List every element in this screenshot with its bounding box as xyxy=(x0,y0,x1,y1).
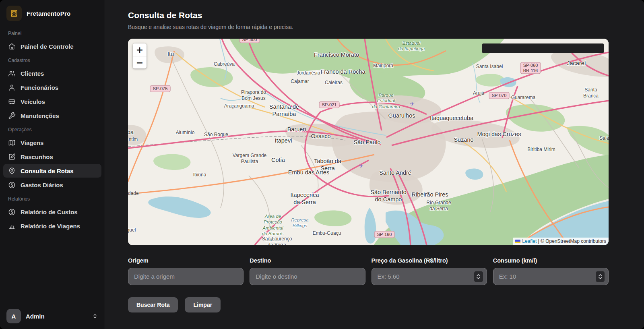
sidebar-item-label: Relatório de Viagens xyxy=(21,223,80,230)
map-label: Parque Estadual da Cantareira xyxy=(372,92,400,110)
sidebar-section-cadastros: Cadastros xyxy=(0,54,105,66)
wrench-icon xyxy=(8,112,16,120)
map-attribution: Leaflet | © OpenStreetMap contributors xyxy=(513,238,609,245)
map-label: Ribeirão Pires xyxy=(411,191,448,198)
map-label: São Lourenço da Serra xyxy=(262,236,292,245)
dollar-circle-icon xyxy=(8,208,16,216)
sidebar-item-label: Viagens xyxy=(21,139,43,146)
sidebar-item-rascunhos[interactable]: Rascunhos xyxy=(3,150,101,163)
number-stepper-icon[interactable] xyxy=(596,271,605,282)
sidebar-section-relatorios: Relatórios xyxy=(0,192,105,205)
bar-chart-icon xyxy=(8,222,16,230)
map-label: Embu das Artes xyxy=(288,169,329,176)
sidebar-item-label: Gastos Diários xyxy=(21,182,63,188)
map-label: Santo André xyxy=(379,169,411,176)
map-zoom-control: + − xyxy=(133,43,147,68)
gas-price-input[interactable] xyxy=(372,268,487,285)
map-label: Santana de Parnaíba xyxy=(269,103,299,118)
sidebar-item-viagens[interactable]: Viagens xyxy=(3,136,101,149)
app-logo: FretamentoPro xyxy=(0,0,105,27)
users-icon xyxy=(8,70,16,77)
sidebar-item-label: Rascunhos xyxy=(21,153,53,160)
map-label: Rio Grande da Serra xyxy=(426,200,451,212)
user-icon xyxy=(8,84,16,91)
origin-label: Origem xyxy=(128,257,244,264)
sidebar-item-consulta-de-rotas[interactable]: Consulta de Rotas xyxy=(3,164,101,178)
sidebar-nav: Painel Painel de Controle Cadastros Clie… xyxy=(0,27,105,303)
map-label: ba xyxy=(128,128,134,136)
map-label: Itapevi xyxy=(275,137,292,144)
sidebar-item-relatorio-de-viagens[interactable]: Relatório de Viagens xyxy=(3,219,101,233)
map-label: guel xyxy=(128,227,136,233)
sidebar-item-label: Painel de Controle xyxy=(21,43,74,50)
sidebar-item-label: Relatório de Custos xyxy=(21,209,78,215)
map-label: Estadual da Itapetinga xyxy=(398,40,425,52)
user-name: Admin xyxy=(26,313,45,320)
map-label: Jacareí xyxy=(567,60,586,67)
main-content: Consulta de Rotas Busque e analise suas … xyxy=(105,0,644,329)
map-label: Itu xyxy=(167,50,174,58)
map-label: Mogi das Cruzes xyxy=(477,130,521,138)
map-label: Embu-Guaçu xyxy=(313,230,341,236)
map-label: São Roque xyxy=(204,132,228,138)
sidebar-item-clientes[interactable]: Clientes xyxy=(3,66,101,80)
app-name: FretamentoPro xyxy=(27,10,70,17)
route-map[interactable]: ItuCabreúvaFrancisco MoratoFranco da Roc… xyxy=(128,39,609,245)
sidebar-item-label: Funcionários xyxy=(21,84,58,91)
sidebar-item-gastos-diarios[interactable]: Gastos Diários xyxy=(3,178,101,192)
destination-label: Destino xyxy=(250,257,365,264)
map-label: Ibiúna xyxy=(193,172,206,178)
bus-logo-icon xyxy=(6,6,22,21)
map-label: Santa Branca xyxy=(582,87,600,99)
map-top-bar[interactable] xyxy=(482,43,604,53)
sidebar: FretamentoPro Painel Painel de Controle … xyxy=(0,0,105,329)
map-label: Guararema xyxy=(511,95,536,101)
sidebar-section-operacoes: Operações xyxy=(0,123,105,135)
map-label: São Bernardo do Campo xyxy=(370,188,406,203)
sidebar-item-label: Clientes xyxy=(21,70,44,77)
user-menu[interactable]: A Admin xyxy=(0,303,105,329)
sidebar-item-funcionarios[interactable]: Funcionários xyxy=(3,81,101,94)
map-label: Cotia xyxy=(271,156,285,163)
gas-price-label: Preço da Gasolina (R$/litro) xyxy=(372,257,487,264)
map-labels-layer: ItuCabreúvaFrancisco MoratoFranco da Roc… xyxy=(128,39,609,245)
avatar: A xyxy=(6,309,21,323)
map-label: São Paulo xyxy=(354,139,381,146)
map-label: Francisco Morato xyxy=(314,51,359,58)
road-badge: SP-021 xyxy=(319,101,340,108)
map-label: Jordanésia xyxy=(297,70,320,76)
origin-input[interactable] xyxy=(128,268,244,285)
map-label: Cajamar xyxy=(291,79,309,85)
page-subtitle: Busque e analise suas rotas de viagem de… xyxy=(128,24,609,30)
map-label: Represa Billings xyxy=(291,217,308,229)
map-label: Arujá xyxy=(473,90,484,96)
clear-button[interactable]: Limpar xyxy=(185,297,221,312)
road-badge: SP-075 xyxy=(150,85,171,92)
road-badge: SP-060 BR-116 xyxy=(520,62,541,74)
map-label: Franco da Rocha xyxy=(320,68,365,75)
destination-input[interactable] xyxy=(250,268,365,285)
map-label: Mairiporã xyxy=(373,63,393,69)
sidebar-item-veiculos[interactable]: Veículos xyxy=(3,95,101,108)
zoom-in-button[interactable]: + xyxy=(133,43,147,56)
route-form: Origem Destino Preço da Gasolina (R$/lit… xyxy=(128,257,609,285)
sidebar-item-painel-de-controle[interactable]: Painel de Controle xyxy=(3,39,101,53)
map-label: edade xyxy=(128,190,139,197)
app-window: FretamentoPro Painel Painel de Controle … xyxy=(0,0,644,329)
ukraine-flag-icon xyxy=(515,240,520,243)
number-stepper-icon[interactable] xyxy=(474,271,483,282)
map-label: Cabreúva xyxy=(214,61,235,67)
sidebar-item-relatorio-de-custos[interactable]: Relatório de Custos xyxy=(3,205,101,219)
road-badge: SP-160 xyxy=(374,231,395,238)
consumption-input[interactable] xyxy=(493,268,609,285)
map-label: Itapecerica da Serra xyxy=(291,191,319,206)
sidebar-item-manutencoes[interactable]: Manutenções xyxy=(3,109,101,122)
page-title: Consulta de Rotas xyxy=(128,10,609,20)
map-label: Biritiba Mirim xyxy=(527,147,555,153)
search-route-button[interactable]: Buscar Rota xyxy=(128,297,178,312)
zoom-out-button[interactable]: − xyxy=(133,56,147,68)
map-label: Santa Isabel xyxy=(476,64,503,70)
map-label: Salesóp xyxy=(599,135,609,141)
leaflet-link[interactable]: Leaflet xyxy=(522,238,537,244)
road-badge: SP-300 xyxy=(239,39,260,43)
